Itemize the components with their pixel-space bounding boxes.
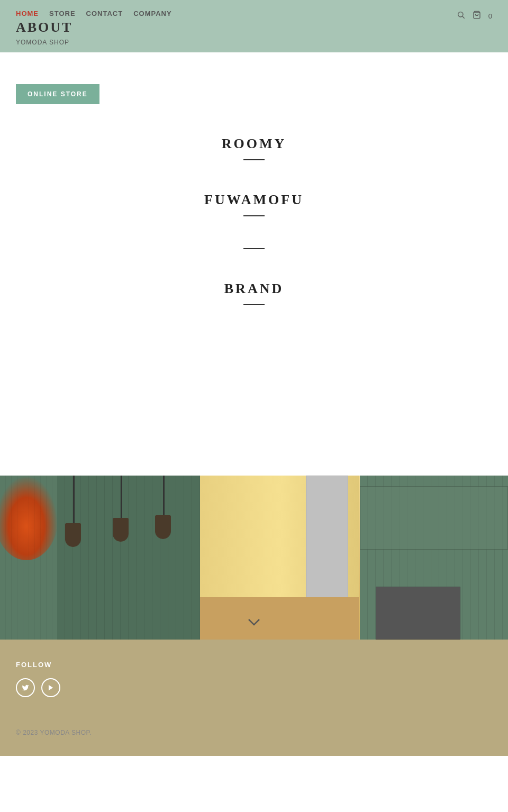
search-icon[interactable] [457, 11, 465, 22]
section-fuwamofu-divider [243, 215, 265, 216]
site-header: HOME STORE CONTACT COMPANY ABOUT YOMODA … [0, 0, 508, 52]
section-brand-divider [243, 304, 265, 305]
shop-name: YOMODA SHOP [16, 39, 492, 52]
twitter-button[interactable] [16, 678, 35, 697]
section-fuwamofu-title: FUWAMOFU [16, 192, 492, 208]
cart-icon[interactable] [473, 11, 481, 22]
cabinet-middle [57, 476, 200, 640]
svg-point-0 [458, 12, 462, 17]
section-empty [16, 248, 492, 249]
kitchen-image [0, 476, 508, 640]
nav-contact[interactable]: CONTACT [86, 10, 123, 17]
online-store-button[interactable]: ONLINE STORE [16, 84, 99, 104]
nav-company[interactable]: COMPANY [133, 10, 171, 17]
section-roomy-divider [243, 159, 265, 160]
svg-marker-3 [49, 685, 53, 691]
nav-store[interactable]: STORE [49, 10, 76, 17]
header-actions: 0 [457, 11, 492, 22]
kitchen-center [200, 476, 359, 640]
site-footer: FOLLOW © 2023 YOMODA SHOP. [0, 640, 508, 756]
copyright-text: © 2023 YOMODA SHOP. [16, 729, 492, 736]
cabinet-right [360, 476, 508, 640]
chevron-down-icon[interactable] [247, 616, 261, 630]
nav-home[interactable]: HOME [16, 10, 39, 17]
cabinet-left [0, 476, 57, 640]
section-brand-title: BRAND [16, 281, 492, 297]
section-roomy-title: ROOMY [16, 136, 492, 152]
svg-line-1 [462, 16, 465, 19]
section-brand: BRAND [16, 281, 492, 305]
follow-label: FOLLOW [16, 661, 492, 669]
social-icons [16, 678, 492, 697]
section-roomy: ROOMY [16, 136, 492, 160]
section-empty-divider [243, 248, 265, 249]
nav-top: HOME STORE CONTACT COMPANY [16, 0, 492, 20]
youtube-button[interactable] [41, 678, 60, 697]
page-title: ABOUT [16, 20, 492, 39]
section-fuwamofu: FUWAMOFU [16, 192, 492, 216]
cart-count: 0 [488, 12, 492, 20]
main-content: ONLINE STORE ROOMY FUWAMOFU BRAND [0, 52, 508, 476]
